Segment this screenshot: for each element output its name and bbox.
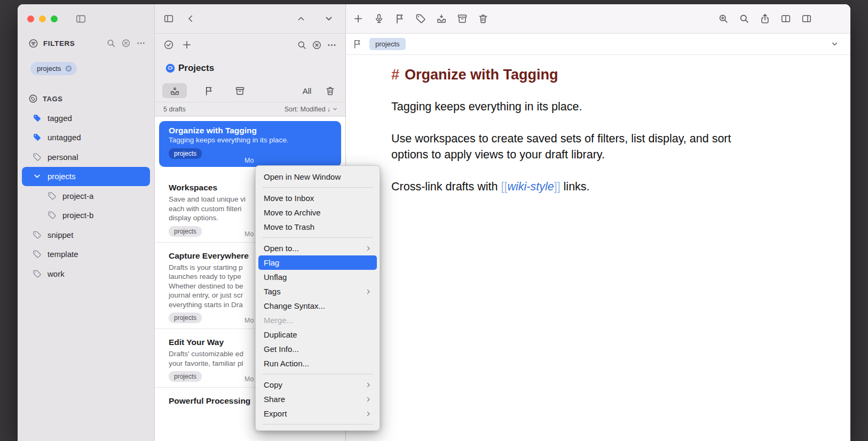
menu-item-copy[interactable]: Copy	[258, 378, 377, 392]
select-mode-icon[interactable]	[163, 39, 174, 50]
sidebar-item-project-b[interactable]: project-b	[18, 206, 154, 226]
sort-label: Sort: Modified	[285, 106, 326, 113]
sort-control[interactable]: Sort: Modified ↓	[285, 106, 338, 113]
dictation-microphone-icon[interactable]	[374, 13, 384, 24]
sidebar-item-snippet[interactable]: snippet	[18, 225, 154, 245]
tag-outline-icon	[48, 211, 57, 220]
chevron-down-icon[interactable]	[33, 172, 42, 181]
flag-draft-icon[interactable]	[394, 13, 405, 24]
close-button[interactable]	[27, 15, 34, 22]
draft-preview-line: Tagging keeps everything in its place.	[169, 135, 334, 145]
move-to-inbox-icon[interactable]	[436, 13, 447, 24]
minimize-button[interactable]	[39, 15, 46, 22]
collapse-tagbar-chevron-icon[interactable]	[831, 40, 839, 48]
menu-item-share[interactable]: Share	[258, 392, 377, 406]
segment-all-label: All	[303, 86, 312, 95]
archive-icon	[235, 86, 245, 96]
zoom-text-icon[interactable]	[718, 13, 729, 24]
sidebar-item-projects[interactable]: projects	[22, 167, 150, 187]
back-chevron-icon[interactable]	[186, 14, 195, 23]
menu-item-open-to[interactable]: Open to...	[258, 241, 377, 255]
menu-item-duplicate[interactable]: Duplicate	[258, 327, 377, 342]
tag-outline-icon	[33, 153, 42, 162]
editor-tag-chip[interactable]: projects	[369, 38, 406, 50]
menu-item-label: Export	[264, 409, 287, 418]
wiki-link[interactable]: wiki-style	[507, 180, 554, 193]
menu-separator	[262, 237, 373, 238]
menu-item-label: Merge...	[264, 316, 293, 325]
segment-archive[interactable]	[227, 83, 252, 98]
zoom-button[interactable]	[51, 15, 58, 22]
draft-date: Mo	[244, 230, 254, 238]
hide-filters-panel-icon[interactable]	[163, 13, 174, 24]
previous-draft-icon[interactable]	[296, 14, 306, 23]
list-toolbar	[155, 34, 345, 56]
tag-label: untagged	[48, 133, 81, 142]
menu-item-export[interactable]: Export	[258, 406, 377, 421]
menu-item-change-syntax[interactable]: Change Syntax...	[258, 299, 377, 313]
sidebar-item-project-a[interactable]: project-a	[18, 186, 154, 206]
share-icon[interactable]	[760, 13, 770, 24]
workspace-icon	[165, 63, 175, 73]
submenu-chevron-icon	[365, 382, 372, 388]
paragraph-text: links.	[561, 180, 590, 193]
layout-columns-icon[interactable]	[780, 13, 791, 24]
menu-item-move-to-archive[interactable]: Move to Archive	[258, 205, 377, 220]
sidebar-item-tagged[interactable]: tagged	[18, 108, 154, 128]
workspace-title-row[interactable]: Projects	[155, 56, 345, 81]
toggle-sidebar-icon[interactable]	[75, 13, 86, 25]
menu-item-flag[interactable]: Flag	[258, 255, 377, 270]
menu-item-move-to-trash[interactable]: Move to Trash	[258, 220, 377, 234]
clear-filters-icon[interactable]	[121, 38, 131, 48]
submenu-chevron-icon	[365, 396, 372, 403]
menu-item-unflag[interactable]: Unflag	[258, 270, 377, 284]
remove-filter-icon[interactable]	[65, 65, 73, 73]
new-draft-icon[interactable]	[182, 39, 192, 50]
draft-item-selected[interactable]: Organize with Tagging Tagging keeps ever…	[159, 121, 341, 167]
segment-trash[interactable]	[318, 83, 342, 98]
sort-direction-arrow: ↓	[327, 106, 330, 113]
draft-tag-chip: projects	[169, 226, 202, 237]
menu-item-label: Move to Archive	[264, 208, 321, 217]
menu-item-move-to-inbox[interactable]: Move to Inbox	[258, 191, 377, 205]
segment-inbox[interactable]	[162, 83, 187, 98]
menu-item-label: Open to...	[264, 244, 299, 253]
tag-label: projects	[48, 172, 76, 181]
search-document-icon[interactable]	[739, 13, 749, 24]
sidebar-item-untagged[interactable]: untagged	[18, 128, 154, 148]
toggle-right-panel-icon[interactable]	[801, 13, 812, 24]
filter-chip-projects[interactable]: projects	[30, 62, 77, 75]
menu-item-run-action[interactable]: Run Action...	[258, 356, 377, 371]
menu-item-tags[interactable]: Tags	[258, 284, 377, 299]
editor-document[interactable]: #Organize with Tagging Tagging keeps eve…	[346, 55, 781, 195]
filters-header: FILTERS	[18, 34, 154, 53]
menu-item-label: Change Syntax...	[264, 301, 325, 310]
menu-item-label: Duplicate	[264, 330, 297, 339]
clear-search-icon[interactable]	[312, 40, 322, 50]
drafts-app-window: FILTERS projects TAGS tagged	[18, 4, 850, 441]
sidebar-item-template[interactable]: template	[18, 245, 154, 264]
filters-sidebar: FILTERS projects TAGS tagged	[18, 4, 155, 441]
workspace-title: Projects	[178, 63, 214, 74]
segment-all[interactable]: All	[295, 83, 319, 98]
search-list-icon[interactable]	[297, 40, 307, 50]
sort-chevron-icon	[332, 106, 338, 112]
list-options-icon[interactable]	[327, 40, 337, 50]
trash-draft-icon[interactable]	[478, 13, 488, 24]
archive-draft-icon[interactable]	[457, 13, 468, 24]
sidebar-item-personal[interactable]: personal	[18, 147, 154, 167]
flag-icon[interactable]	[352, 39, 362, 49]
more-options-icon[interactable]	[136, 38, 146, 48]
sidebar-item-work[interactable]: work	[18, 264, 154, 284]
tag-draft-icon[interactable]	[415, 13, 426, 24]
menu-item-open-in-new-window[interactable]: Open in New Window	[258, 170, 377, 184]
next-draft-icon[interactable]	[324, 14, 334, 23]
search-icon[interactable]	[106, 38, 116, 48]
tag-circle-icon	[28, 94, 38, 103]
draft-tag-chip: projects	[169, 148, 202, 159]
segment-flagged[interactable]	[196, 83, 221, 98]
menu-item-label: Open in New Window	[264, 172, 341, 181]
menu-item-label: Run Action...	[264, 359, 309, 368]
new-draft-icon[interactable]	[353, 13, 364, 24]
menu-item-get-info[interactable]: Get Info...	[258, 342, 377, 356]
